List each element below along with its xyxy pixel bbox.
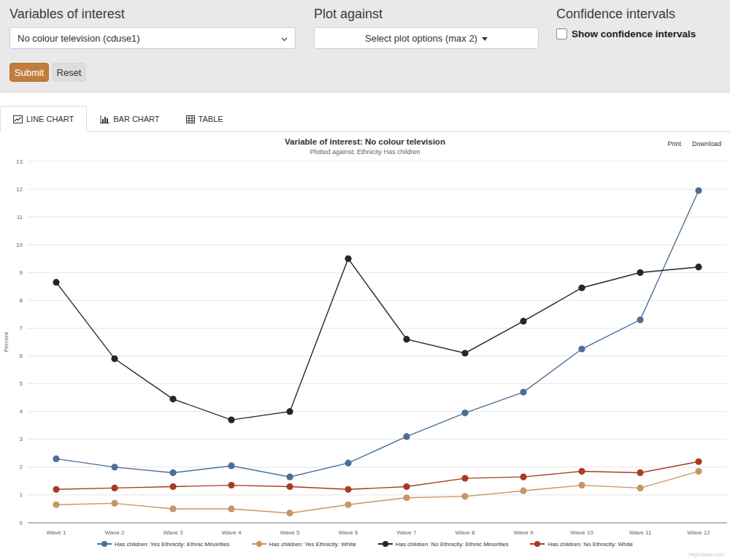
show-confidence-label: Show confidence intervals xyxy=(572,28,696,39)
submit-button[interactable]: Submit xyxy=(9,63,49,82)
line-chart-panel: 012345678910111213PercentWave 1Wave 2Wav… xyxy=(0,132,730,559)
caret-down-icon xyxy=(482,37,488,41)
data-point xyxy=(228,482,234,488)
data-point xyxy=(578,285,585,291)
data-point xyxy=(637,269,643,276)
legend-item[interactable]: Has children: Yes Ethnicity: White xyxy=(252,540,356,548)
data-point xyxy=(403,433,410,440)
chart-title: Variable of interest: No colour televisi… xyxy=(0,137,730,146)
x-axis-label: Wave 5 xyxy=(280,529,300,536)
svg-text:0: 0 xyxy=(20,520,23,526)
x-axis-label: Wave 4 xyxy=(222,529,242,536)
line-chart-plot: 012345678910111213PercentWave 1Wave 2Wav… xyxy=(0,132,730,559)
plot-options-value: Select plot options (max 2) xyxy=(365,33,477,44)
controls-bar: Variables of interest Plot against Confi… xyxy=(0,0,730,93)
data-point xyxy=(520,488,526,494)
line-chart-icon xyxy=(13,115,23,123)
export-menu: Print Download xyxy=(667,140,721,147)
data-point xyxy=(695,459,702,465)
svg-text:6: 6 xyxy=(20,353,23,359)
plot-against-label: Plot against xyxy=(314,7,383,22)
svg-text:8: 8 xyxy=(20,297,23,304)
svg-text:9: 9 xyxy=(20,269,23,276)
tabs-container: LINE CHART BAR CHART TABLE xyxy=(0,93,730,132)
data-point xyxy=(461,475,468,481)
credits-watermark: Highcharts.com xyxy=(688,552,724,557)
svg-text:13: 13 xyxy=(16,158,23,165)
data-point xyxy=(578,482,585,488)
data-point xyxy=(286,408,293,415)
data-point xyxy=(228,417,234,423)
data-point xyxy=(53,279,59,285)
x-axis-label: Wave 6 xyxy=(339,529,358,536)
bar-chart-icon xyxy=(100,115,110,123)
print-button[interactable]: Print xyxy=(667,140,681,147)
x-axis-label: Wave 7 xyxy=(397,529,417,536)
data-point xyxy=(637,316,643,323)
data-point xyxy=(111,464,118,470)
data-point xyxy=(345,256,351,262)
series-line xyxy=(56,472,699,513)
variable-select[interactable]: No colour television (cduse1) xyxy=(9,27,296,49)
tab-line-chart[interactable]: LINE CHART xyxy=(0,106,87,132)
x-axis-label: Wave 12 xyxy=(687,529,710,536)
x-axis-label: Wave 1 xyxy=(47,529,66,536)
variable-select-value: No colour television (cduse1) xyxy=(18,33,140,44)
legend-label: Has children: No Ethnicity: White xyxy=(548,541,633,548)
series-line xyxy=(56,191,699,477)
data-point xyxy=(111,500,118,507)
x-axis-label: Wave 3 xyxy=(164,529,183,536)
legend-marker-icon xyxy=(378,540,393,548)
legend-marker-icon xyxy=(530,540,545,548)
data-point xyxy=(286,474,293,480)
x-axis-label: Wave 11 xyxy=(629,529,652,536)
svg-text:5: 5 xyxy=(20,380,23,387)
legend-item[interactable]: Has children: No Ethnicity: White xyxy=(530,540,633,548)
data-point xyxy=(695,468,702,475)
data-point xyxy=(461,350,468,356)
data-point xyxy=(53,486,59,493)
data-point xyxy=(403,336,410,342)
chevron-down-icon xyxy=(280,34,288,45)
data-point xyxy=(169,483,176,490)
confidence-intervals-label: Confidence intervals xyxy=(556,7,675,22)
x-axis-label: Wave 2 xyxy=(105,529,125,536)
data-point xyxy=(403,494,410,501)
data-point xyxy=(169,505,176,512)
data-point xyxy=(286,510,293,516)
tab-table[interactable]: TABLE xyxy=(173,106,237,132)
legend-item[interactable]: Has children: Yes Ethnicity: Ethnic Mino… xyxy=(97,540,229,548)
data-point xyxy=(520,474,526,480)
tab-label: TABLE xyxy=(199,115,223,123)
variables-of-interest-label: Variables of interest xyxy=(9,7,125,22)
data-point xyxy=(169,396,176,402)
x-axis-label: Wave 8 xyxy=(456,529,475,536)
data-point xyxy=(578,468,585,475)
svg-text:7: 7 xyxy=(20,325,23,331)
legend-item[interactable]: Has children: No Ethnicity: Ethnic Minor… xyxy=(378,540,509,548)
chart-subtitle: Plotted against: Ethnicity Has children xyxy=(0,148,730,156)
x-axis-label: Wave 10 xyxy=(570,529,593,536)
svg-text:10: 10 xyxy=(16,242,23,248)
show-confidence-checkbox[interactable] xyxy=(556,28,567,39)
data-point xyxy=(345,502,351,508)
data-point xyxy=(53,456,59,462)
data-point xyxy=(345,486,351,493)
data-point xyxy=(695,264,702,270)
series-line xyxy=(56,461,699,489)
svg-text:12: 12 xyxy=(16,186,23,193)
data-point xyxy=(578,345,585,352)
x-axis-label: Wave 9 xyxy=(514,529,534,536)
data-point xyxy=(345,460,351,467)
plot-options-dropdown[interactable]: Select plot options (max 2) xyxy=(314,27,539,49)
svg-text:4: 4 xyxy=(20,408,23,415)
tab-bar-chart[interactable]: BAR CHART xyxy=(87,106,172,132)
data-point xyxy=(403,483,410,490)
legend-label: Has children: No Ethnicity: Ethnic Minor… xyxy=(396,541,509,548)
download-button[interactable]: Download xyxy=(692,140,721,147)
svg-text:1: 1 xyxy=(20,491,23,498)
reset-button[interactable]: Reset xyxy=(52,63,86,82)
data-point xyxy=(520,388,526,395)
svg-text:2: 2 xyxy=(20,464,23,470)
legend-label: Has children: Yes Ethnicity: Ethnic Mino… xyxy=(115,541,229,548)
